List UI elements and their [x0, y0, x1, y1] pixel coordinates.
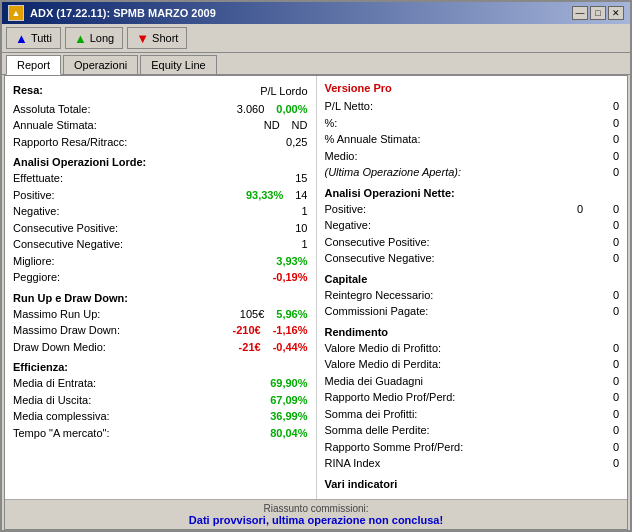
pl-netto-label: P/L Netto:	[325, 98, 374, 115]
rina-val: 0	[599, 455, 619, 472]
tab-equity-line[interactable]: Equity Line	[140, 55, 216, 74]
massimo-draw-val: -210€	[233, 322, 261, 339]
medio-label: Medio:	[325, 148, 358, 165]
tab-operazioni[interactable]: Operazioni	[63, 55, 138, 74]
rendimento-title: Rendimento	[325, 326, 620, 338]
rapporto-row: Rapporto Resa/Ritracc: 0,25	[13, 134, 308, 151]
commissioni-val: 0	[599, 303, 619, 320]
media-uscita-row: Media di Uscita: 67,09%	[13, 392, 308, 409]
somma-perd-row: Somma delle Perdite: 0	[325, 422, 620, 439]
peggiore-row: Peggiore: -0,19%	[13, 269, 308, 286]
minimize-button[interactable]: —	[572, 6, 588, 20]
commissioni-row: Commissioni Pagate: 0	[325, 303, 620, 320]
versione-pro: Versione Pro	[325, 82, 620, 94]
commissioni-label: Commissioni Pagate:	[325, 303, 429, 320]
migliore-val: 3,93%	[276, 253, 307, 270]
bottom-bar: Riassunto commissioni: Dati provvisori, …	[5, 499, 627, 529]
positive-label: Positive:	[13, 187, 55, 204]
reintegro-label: Reintegro Necessario:	[325, 287, 434, 304]
short-icon: ▼	[136, 31, 149, 46]
rapporto-row: Rapporto Medio Prof/Perd: 0	[325, 389, 620, 406]
pct-annuale-row: % Annuale Stimata: 0	[325, 131, 620, 148]
nette-consec-neg-label: Consecutive Negative:	[325, 250, 435, 267]
nette-consec-neg-row: Consecutive Negative: 0	[325, 250, 620, 267]
media-uscita-val: 67,09%	[270, 392, 307, 409]
rapporto-label: Rapporto Resa/Ritracc:	[13, 134, 127, 151]
draw-medio-label: Draw Down Medio:	[13, 339, 106, 356]
reintegro-val: 0	[599, 287, 619, 304]
tempo-val: 80,04%	[270, 425, 307, 442]
somma-prof-row: Somma dei Profitti: 0	[325, 406, 620, 423]
assoluta-val: 3.060	[237, 101, 265, 118]
close-button[interactable]: ✕	[608, 6, 624, 20]
right-column: Versione Pro P/L Netto: 0 %: 0 % Annuale…	[317, 76, 628, 499]
nette-pos-row: Positive: 0 0	[325, 201, 620, 218]
annuale-values: ND ND	[264, 117, 308, 134]
peggiore-val: -0,19%	[273, 269, 308, 286]
long-button[interactable]: ▲ Long	[65, 27, 123, 49]
consec-neg-val: 1	[301, 236, 307, 253]
massimo-run-values: 105€ 5,96%	[240, 306, 308, 323]
draw-medio-values: -21€ -0,44%	[239, 339, 308, 356]
pct-annuale-val: 0	[599, 131, 619, 148]
rapporto-somme-row: Rapporto Somme Prof/Perd: 0	[325, 439, 620, 456]
effettuate-label: Effettuate:	[13, 170, 63, 187]
peggiore-label: Peggiore:	[13, 269, 60, 286]
two-columns: Resa: P/L Lordo Assoluta Totale: 3.060 0…	[5, 76, 627, 499]
negative-val: 1	[301, 203, 307, 220]
vari-title: Vari indicatori	[325, 478, 620, 490]
maximize-button[interactable]: □	[590, 6, 606, 20]
nette-neg-val: 0	[599, 217, 619, 234]
tutti-button[interactable]: ▲ Tutti	[6, 27, 61, 49]
effettuate-row: Effettuate: 15	[13, 170, 308, 187]
tempo-row: Tempo "A mercato": 80,04%	[13, 425, 308, 442]
rapporto-somme-label: Rapporto Somme Prof/Perd:	[325, 439, 464, 456]
medio-val: 0	[599, 148, 619, 165]
effettuate-val: 15	[295, 170, 307, 187]
resa-header-row: Resa: P/L Lordo	[13, 82, 308, 101]
val-medio-prof-val: 0	[599, 340, 619, 357]
short-label: Short	[152, 32, 178, 44]
media-entrata-label: Media di Entrata:	[13, 375, 96, 392]
massimo-run-row: Massimo Run Up: 105€ 5,96%	[13, 306, 308, 323]
pl-netto-val: 0	[599, 98, 619, 115]
tutti-icon: ▲	[15, 31, 28, 46]
long-icon: ▲	[74, 31, 87, 46]
rina-row: RINA Index 0	[325, 455, 620, 472]
media-entrata-row: Media di Entrata: 69,90%	[13, 375, 308, 392]
consec-neg-row: Consecutive Negative: 1	[13, 236, 308, 253]
annuale-label: Annuale Stimata:	[13, 117, 97, 134]
consec-pos-val: 10	[295, 220, 307, 237]
media-uscita-label: Media di Uscita:	[13, 392, 91, 409]
ultima-label: (Ultima Operazione Aperta):	[325, 164, 462, 181]
window-title: ADX (17.22.11): SPMB MARZO 2009	[30, 7, 216, 19]
short-button[interactable]: ▼ Short	[127, 27, 187, 49]
consec-pos-label: Consecutive Positive:	[13, 220, 118, 237]
media-complessiva-label: Media complessiva:	[13, 408, 110, 425]
runup-title: Run Up e Draw Down:	[13, 292, 308, 304]
somma-perd-label: Somma delle Perdite:	[325, 422, 430, 439]
bottom-warning: Dati provvisori, ultima operazione non c…	[13, 514, 619, 526]
somma-prof-label: Somma dei Profitti:	[325, 406, 418, 423]
pct-row: %: 0	[325, 115, 620, 132]
val-medio-perd-row: Valore Medio di Perdita: 0	[325, 356, 620, 373]
val-medio-prof-row: Valore Medio di Profitto: 0	[325, 340, 620, 357]
tab-report[interactable]: Report	[6, 55, 61, 75]
app-icon: ▲	[8, 5, 24, 21]
draw-medio-pct: -0,44%	[273, 339, 308, 356]
positive-values: 93,33% 14	[246, 187, 308, 204]
nette-consec-pos-label: Consecutive Positive:	[325, 234, 430, 251]
draw-medio-row: Draw Down Medio: -21€ -0,44%	[13, 339, 308, 356]
bottom-note: Riassunto commissioni:	[13, 503, 619, 514]
massimo-run-val: 105€	[240, 306, 264, 323]
consec-pos-row: Consecutive Positive: 10	[13, 220, 308, 237]
pl-netto-row: P/L Netto: 0	[325, 98, 620, 115]
media-complessiva-row: Media complessiva: 36,99%	[13, 408, 308, 425]
media-guadagni-label: Media dei Guadagni	[325, 373, 423, 390]
capitale-title: Capitale	[325, 273, 620, 285]
analisi-nette-title: Analisi Operazioni Nette:	[325, 187, 620, 199]
nette-pos-val2: 0	[599, 201, 619, 218]
resa-title: Resa:	[13, 82, 43, 99]
val-medio-perd-label: Valore Medio di Perdita:	[325, 356, 442, 373]
assoluta-values: 3.060 0,00%	[237, 101, 308, 118]
